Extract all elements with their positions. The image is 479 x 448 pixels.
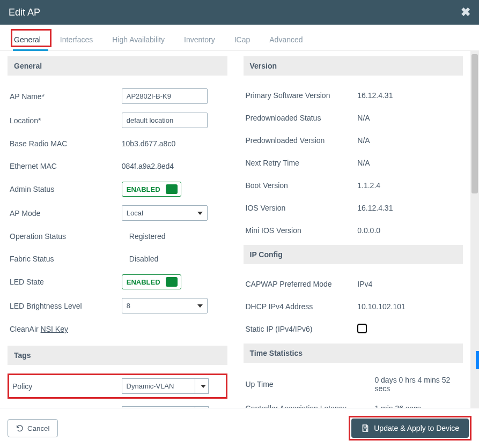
predl-status-value: N/A [357,114,461,122]
tab-high-availability[interactable]: High Availability [110,32,167,47]
assoc-latency-label: Controller Association Latency [246,404,375,408]
save-icon [361,424,370,432]
tab-icap[interactable]: ICap [232,32,253,47]
chevron-down-icon [197,212,203,215]
dhcp-value: 10.10.102.101 [357,302,461,311]
admin-status-toggle-label: ENABLED [127,185,160,193]
close-icon[interactable]: ✖ [461,5,470,19]
toggle-knob-icon [166,277,178,287]
next-retry-label: Next Retry Time [246,159,358,167]
undo-icon [16,424,24,432]
fabric-status-value: Disabled [122,255,225,263]
base-radio-mac-label: Base Radio MAC [10,139,122,148]
led-state-toggle-label: ENABLED [127,278,160,286]
update-apply-button[interactable]: Update & Apply to Device [351,419,469,438]
modal-footer: Cancel Update & Apply to Device [0,408,479,448]
primary-sw-value: 16.12.4.31 [357,91,461,100]
led-brightness-label: LED Brightness Level [10,302,122,310]
assoc-latency-value: 1 min 36 secs [374,404,461,408]
led-state-toggle[interactable]: ENABLED [122,274,181,289]
cancel-button[interactable]: Cancel [8,419,58,437]
tab-inventory[interactable]: Inventory [182,32,217,47]
ap-mode-select[interactable]: Local [122,205,208,221]
led-brightness-select[interactable]: 8 [122,298,208,313]
modal-body-scroll[interactable]: General AP Name* Location* Base Radio MA… [0,51,470,408]
static-ip-label: Static IP (IPv4/IPv6) [246,325,358,333]
chevron-down-icon [201,385,206,388]
chevron-down-icon [197,304,203,308]
predl-ver-value: N/A [357,136,461,145]
led-brightness-value: 8 [127,302,130,310]
boot-ver-value: 1.1.2.4 [357,181,461,190]
admin-status-label: Admin Status [10,185,122,193]
primary-sw-label: Primary Software Version [246,91,358,100]
modal-header: Edit AP ✖ [0,0,479,25]
boot-ver-label: Boot Version [246,181,358,190]
ap-mode-label: AP Mode [10,209,122,218]
ios-ver-value: 16.12.4.31 [357,204,461,212]
static-ip-checkbox[interactable] [357,324,367,333]
highlight-box-apply-button: Update & Apply to Device [349,416,471,440]
next-retry-value: N/A [357,159,461,167]
modal-title: Edit AP [9,7,40,18]
capwap-mode-label: CAPWAP Preferred Mode [246,280,358,288]
predl-ver-label: Predownloaded Version [246,136,358,145]
admin-status-toggle[interactable]: ENABLED [122,182,181,197]
operation-status-value: Registered [122,232,225,241]
scrollbar-marker [476,351,479,369]
tab-advanced[interactable]: Advanced [267,32,305,47]
cleanair-label: CleanAir NSI Key [10,325,122,333]
policy-label: Policy [12,382,122,391]
ap-name-input[interactable] [122,88,208,104]
predl-status-label: Predownloaded Status [246,114,358,122]
cancel-button-label: Cancel [27,424,50,432]
dhcp-label: DHCP IPv4 Address [246,302,358,311]
highlight-box-tab-general [11,29,51,47]
active-tab-underline [13,49,48,51]
ap-name-label: AP Name* [10,92,122,101]
policy-tag-value: Dynamic-VLAN [122,378,195,394]
location-input[interactable] [122,113,208,128]
section-head-tags: Tags [8,346,227,365]
ios-ver-label: IOS Version [246,204,358,212]
uptime-value: 0 days 0 hrs 4 mins 52 secs [374,376,461,393]
mini-ios-value: 0.0.0.0 [357,226,461,235]
ap-mode-select-value: Local [127,209,143,217]
left-column: General AP Name* Location* Base Radio MA… [8,56,227,408]
highlight-box-policy-row: Policy Dynamic-VLAN [8,374,227,399]
update-apply-button-label: Update & Apply to Device [374,424,459,432]
fabric-status-label: Fabric Status [10,255,122,263]
base-radio-mac-value: 10b3.d677.a8c0 [122,139,225,148]
toggle-knob-icon [166,184,178,194]
vertical-scrollbar[interactable] [470,51,479,408]
mini-ios-label: Mini IOS Version [246,226,358,235]
location-label: Location* [10,116,122,125]
policy-tag-select[interactable]: Dynamic-VLAN [122,378,209,394]
ethernet-mac-value: 084f.a9a2.8ed4 [122,162,225,170]
nsi-key-link[interactable]: NSI Key [41,325,68,333]
scrollbar-thumb[interactable] [471,54,478,193]
tab-bar: General Interfaces High Availability Inv… [0,25,479,51]
led-state-label: LED State [10,278,122,286]
operation-status-label: Operation Status [10,232,122,241]
tab-interfaces[interactable]: Interfaces [58,32,95,47]
section-head-timestats: Time Statistics [244,344,463,363]
section-head-general: General [8,56,227,76]
policy-tag-dropdown-button[interactable] [195,378,209,394]
ethernet-mac-label: Ethernet MAC [10,162,122,170]
section-head-version: Version [244,56,463,76]
right-column: Version Primary Software Version 16.12.4… [244,56,463,408]
capwap-mode-value: IPv4 [357,280,461,288]
uptime-label: Up Time [246,380,375,389]
section-head-ipconfig: IP Config [244,245,463,264]
